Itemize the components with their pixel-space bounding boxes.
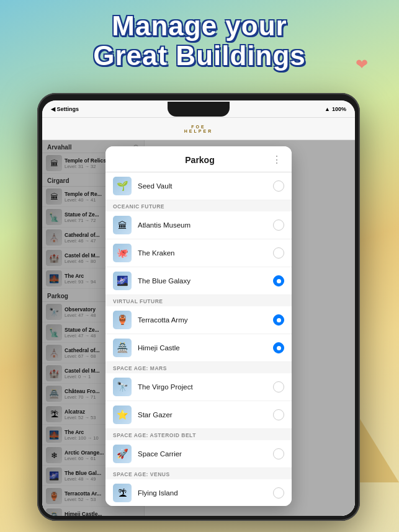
modal-radio-button[interactable] [273, 247, 284, 259]
modal-building-item[interactable]: 🌱Seed Vault [105, 172, 292, 200]
app-logo: FoE HELPER [184, 125, 213, 133]
modal-radio-button[interactable] [273, 487, 284, 499]
hero-section: Manage your Great Buildings [0, 11, 399, 71]
modal-header: Parkog ⋮ [105, 146, 292, 172]
modal-item-icon: 🚀 [113, 445, 132, 463]
modal-options-button[interactable]: ⋮ [272, 154, 282, 166]
modal-radio-button[interactable] [273, 448, 284, 459]
modal-item-icon: 🏯 [113, 339, 132, 357]
modal-section-header: SPACE AGE: VENUS [105, 468, 292, 479]
camera-notch [168, 102, 230, 117]
modal-building-item[interactable]: 🏺Terracotta Army [105, 306, 292, 334]
modal-section-header: VIRTUAL FUTURE [105, 295, 292, 306]
modal-building-item[interactable]: 🐙The Kraken [105, 239, 292, 267]
modal-section-header: SPACE AGE: MARS [105, 362, 292, 373]
battery-display: 100% [332, 106, 346, 112]
modal-overlay[interactable]: Parkog ⋮ 🌱Seed VaultOCEANIC FUTURE🏛Atlan… [42, 140, 355, 516]
modal-item-icon: 🌌 [113, 272, 132, 290]
modal-building-item[interactable]: 🏝Flying Island [105, 479, 292, 506]
modal-building-item[interactable]: 🌌The Blue Galaxy [105, 267, 292, 295]
modal-radio-button[interactable] [273, 219, 284, 231]
modal-item-name: Space Carrier [138, 450, 267, 458]
modal-scroll[interactable]: 🌱Seed VaultOCEANIC FUTURE🏛Atlantis Museu… [105, 172, 292, 506]
wifi-icon: ▲ [325, 106, 330, 112]
modal-item-name: Atlantis Museum [138, 221, 267, 229]
modal-item-name: Star Gazer [138, 411, 267, 419]
modal-building-item[interactable]: 🏛Atlantis Museum [105, 211, 292, 239]
modal-section-header: OCEANIC FUTURE [105, 200, 292, 211]
modal-building-item[interactable]: 🔭The Virgo Project [105, 373, 292, 401]
top-nav: FoE HELPER [42, 118, 355, 140]
modal-building-item[interactable]: 🚀Space Carrier [105, 440, 292, 468]
modal-item-icon: 🔭 [113, 378, 132, 396]
modal-item-icon: ⭐ [113, 406, 132, 424]
modal-item-icon: 🏺 [113, 311, 132, 329]
modal-item-name: Himeji Castle [138, 344, 267, 352]
modal-item-icon: 🌱 [113, 177, 132, 195]
modal-radio-button[interactable] [273, 409, 284, 420]
modal-radio-button[interactable] [273, 180, 284, 192]
modal-item-icon: 🏛 [113, 216, 132, 234]
modal-building-item[interactable]: 🏯Himeji Castle [105, 334, 292, 362]
device-frame: ◀ Settings 7:47 PM Fri Jul 21 ▲ 100% FoE… [37, 93, 360, 521]
modal-item-name: The Blue Galaxy [138, 277, 267, 285]
settings-link[interactable]: ◀ Settings [51, 106, 79, 112]
modal-item-name: Flying Island [138, 489, 267, 497]
modal-radio-button[interactable] [273, 342, 284, 353]
main-content: Arvahall⚙🏛Temple of RelicsLevel: 31 → 32… [42, 140, 355, 516]
modal-item-name: The Virgo Project [138, 383, 267, 391]
modal-item-name: Terracotta Army [138, 316, 267, 324]
hero-title: Manage your Great Buildings [0, 11, 399, 71]
modal-title: Parkog [128, 155, 272, 165]
modal-radio-button[interactable] [273, 314, 284, 326]
modal-radio-button[interactable] [273, 381, 284, 392]
modal-building-item[interactable]: ⭐Star Gazer [105, 401, 292, 429]
modal-radio-button[interactable] [273, 275, 284, 286]
modal-item-name: Seed Vault [138, 182, 267, 190]
device-screen: ◀ Settings 7:47 PM Fri Jul 21 ▲ 100% FoE… [42, 100, 355, 516]
parkog-modal: Parkog ⋮ 🌱Seed VaultOCEANIC FUTURE🏛Atlan… [105, 146, 292, 506]
modal-item-icon: 🐙 [113, 244, 132, 262]
modal-item-icon: 🏝 [113, 484, 132, 502]
modal-section-header: SPACE AGE: ASTEROID BELT [105, 429, 292, 440]
modal-item-name: The Kraken [138, 249, 267, 257]
